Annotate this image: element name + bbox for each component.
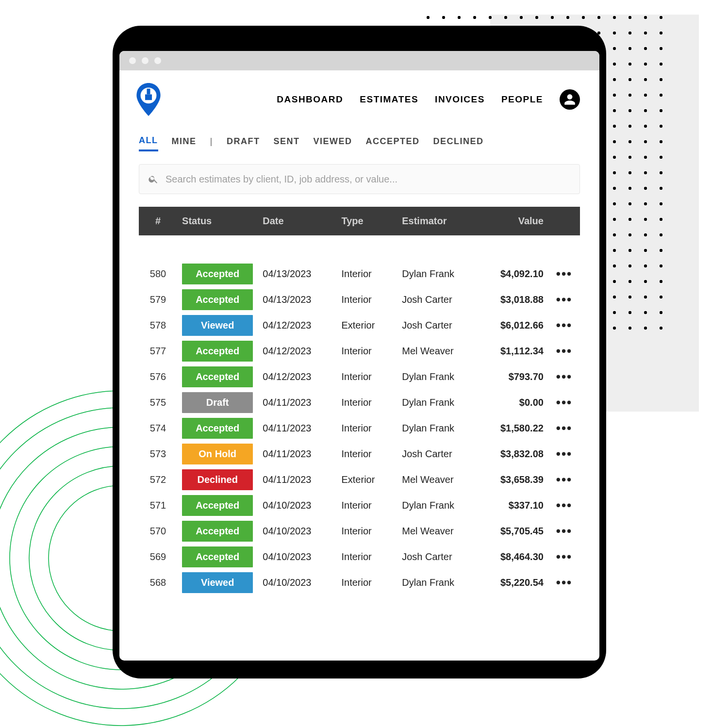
table-row[interactable]: 573On Hold04/11/2023InteriorJosh Carter$… bbox=[139, 441, 580, 467]
cell-id: 569 bbox=[139, 544, 177, 570]
cell-estimator: Dylan Frank bbox=[397, 261, 478, 287]
cell-estimator: Josh Carter bbox=[397, 441, 478, 467]
col-id: # bbox=[139, 207, 177, 235]
col-estimator: Estimator bbox=[397, 207, 478, 235]
person-icon bbox=[563, 93, 576, 106]
cell-date: 04/11/2023 bbox=[258, 441, 336, 467]
filter-declined[interactable]: DECLINED bbox=[433, 136, 484, 150]
cell-value: $337.10 bbox=[478, 493, 548, 518]
filter-all[interactable]: ALL bbox=[139, 135, 158, 151]
cell-status: Viewed bbox=[177, 313, 258, 338]
row-actions-menu[interactable]: ••• bbox=[548, 313, 580, 338]
table-row[interactable]: 578Viewed04/12/2023ExteriorJosh Carter$6… bbox=[139, 313, 580, 338]
filter-sent[interactable]: SENT bbox=[274, 136, 300, 150]
cell-id: 575 bbox=[139, 390, 177, 415]
user-avatar[interactable] bbox=[560, 89, 580, 110]
table-row[interactable]: 574Accepted04/11/2023InteriorDylan Frank… bbox=[139, 415, 580, 441]
status-badge: Accepted bbox=[182, 341, 253, 362]
cell-value: $3,018.88 bbox=[478, 287, 548, 313]
row-actions-menu[interactable]: ••• bbox=[548, 415, 580, 441]
window-dot bbox=[154, 57, 161, 64]
cell-id: 571 bbox=[139, 493, 177, 518]
table-row[interactable]: 571Accepted04/10/2023InteriorDylan Frank… bbox=[139, 493, 580, 518]
table-row[interactable]: 568Viewed04/10/2023InteriorDylan Frank$5… bbox=[139, 570, 580, 596]
row-actions-menu[interactable]: ••• bbox=[548, 261, 580, 287]
status-badge: Accepted bbox=[182, 289, 253, 310]
row-actions-menu[interactable]: ••• bbox=[548, 570, 580, 596]
nav-people[interactable]: PEOPLE bbox=[501, 94, 543, 105]
row-actions-menu[interactable]: ••• bbox=[548, 544, 580, 570]
row-actions-menu[interactable]: ••• bbox=[548, 390, 580, 415]
cell-value: $3,658.39 bbox=[478, 467, 548, 493]
cell-value: $3,832.08 bbox=[478, 441, 548, 467]
nav-dashboard[interactable]: DASHBOARD bbox=[277, 94, 343, 105]
browser-chrome bbox=[119, 51, 599, 70]
row-actions-menu[interactable]: ••• bbox=[548, 441, 580, 467]
cell-id: 573 bbox=[139, 441, 177, 467]
cell-status: Viewed bbox=[177, 570, 258, 596]
cell-type: Interior bbox=[336, 518, 397, 544]
cell-type: Interior bbox=[336, 390, 397, 415]
cell-status: Accepted bbox=[177, 415, 258, 441]
table-row[interactable]: 580Accepted04/13/2023InteriorDylan Frank… bbox=[139, 261, 580, 287]
cell-date: 04/10/2023 bbox=[258, 493, 336, 518]
cell-value: $1,580.22 bbox=[478, 415, 548, 441]
table-row[interactable]: 570Accepted04/10/2023InteriorMel Weaver$… bbox=[139, 518, 580, 544]
cell-id: 577 bbox=[139, 338, 177, 364]
nav-estimates[interactable]: ESTIMATES bbox=[360, 94, 418, 105]
table-row[interactable]: 572Declined04/11/2023ExteriorMel Weaver$… bbox=[139, 467, 580, 493]
cell-id: 572 bbox=[139, 467, 177, 493]
status-badge: Accepted bbox=[182, 366, 253, 387]
table-row[interactable]: 577Accepted04/12/2023InteriorMel Weaver$… bbox=[139, 338, 580, 364]
table-header-row: # Status Date Type Estimator Value bbox=[139, 207, 580, 235]
filter-accepted[interactable]: ACCEPTED bbox=[366, 136, 420, 150]
row-actions-menu[interactable]: ••• bbox=[548, 467, 580, 493]
row-actions-menu[interactable]: ••• bbox=[548, 493, 580, 518]
row-actions-menu[interactable]: ••• bbox=[548, 364, 580, 390]
cell-status: On Hold bbox=[177, 441, 258, 467]
cell-date: 04/12/2023 bbox=[258, 313, 336, 338]
cell-estimator: Mel Weaver bbox=[397, 518, 478, 544]
cell-id: 568 bbox=[139, 570, 177, 596]
cell-date: 04/11/2023 bbox=[258, 390, 336, 415]
table-row[interactable]: 579Accepted04/13/2023InteriorJosh Carter… bbox=[139, 287, 580, 313]
filter-draft[interactable]: DRAFT bbox=[227, 136, 260, 150]
svg-rect-7 bbox=[147, 89, 150, 95]
cell-date: 04/13/2023 bbox=[258, 287, 336, 313]
status-badge: Viewed bbox=[182, 315, 253, 336]
filter-tabs: ALL MINE | DRAFT SENT VIEWED ACCEPTED DE… bbox=[119, 129, 599, 151]
cell-value: $0.00 bbox=[478, 390, 548, 415]
nav-invoices[interactable]: INVOICES bbox=[435, 94, 485, 105]
cell-date: 04/11/2023 bbox=[258, 415, 336, 441]
row-actions-menu[interactable]: ••• bbox=[548, 287, 580, 313]
row-actions-menu[interactable]: ••• bbox=[548, 338, 580, 364]
cell-type: Interior bbox=[336, 364, 397, 390]
cell-type: Interior bbox=[336, 493, 397, 518]
cell-id: 578 bbox=[139, 313, 177, 338]
cell-status: Accepted bbox=[177, 518, 258, 544]
cell-id: 580 bbox=[139, 261, 177, 287]
row-actions-menu[interactable]: ••• bbox=[548, 518, 580, 544]
cell-value: $793.70 bbox=[478, 364, 548, 390]
table-row[interactable]: 576Accepted04/12/2023InteriorDylan Frank… bbox=[139, 364, 580, 390]
status-badge: Accepted bbox=[182, 521, 253, 542]
table-row[interactable]: 569Accepted04/10/2023InteriorJosh Carter… bbox=[139, 544, 580, 570]
app-header: DASHBOARD ESTIMATES INVOICES PEOPLE bbox=[119, 70, 599, 129]
table-row[interactable]: 575Draft04/11/2023InteriorDylan Frank$0.… bbox=[139, 390, 580, 415]
cell-estimator: Dylan Frank bbox=[397, 493, 478, 518]
status-badge: Draft bbox=[182, 392, 253, 413]
cell-date: 04/13/2023 bbox=[258, 261, 336, 287]
cell-type: Interior bbox=[336, 261, 397, 287]
col-date: Date bbox=[258, 207, 336, 235]
status-badge: On Hold bbox=[182, 444, 253, 464]
tablet-frame: DASHBOARD ESTIMATES INVOICES PEOPLE ALL … bbox=[113, 26, 606, 678]
cell-value: $5,220.54 bbox=[478, 570, 548, 596]
search-input[interactable] bbox=[165, 173, 571, 185]
cell-date: 04/12/2023 bbox=[258, 364, 336, 390]
status-badge: Accepted bbox=[182, 546, 253, 567]
search-bar[interactable] bbox=[139, 164, 580, 194]
cell-value: $4,092.10 bbox=[478, 261, 548, 287]
cell-value: $1,112.34 bbox=[478, 338, 548, 364]
filter-mine[interactable]: MINE bbox=[172, 136, 197, 150]
filter-viewed[interactable]: VIEWED bbox=[314, 136, 352, 150]
